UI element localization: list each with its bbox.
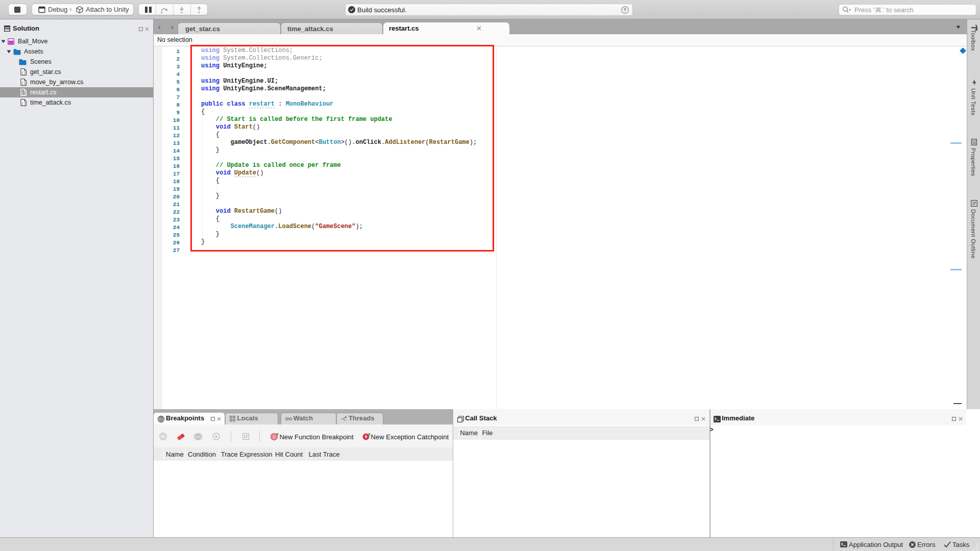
svg-text:{}: {} [21,70,26,74]
svg-text:{}: {} [21,91,26,95]
svg-text:{}: {} [21,81,26,85]
svg-text:{}: {} [21,101,26,105]
